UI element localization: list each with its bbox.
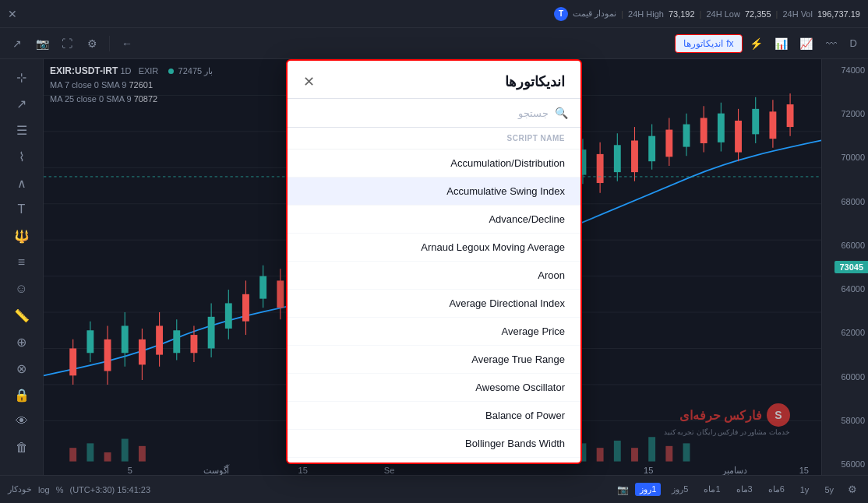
top-stats: T نمودار قیمت | 24H High 73,192 | 24H Lo… bbox=[554, 7, 860, 21]
search-icon: 🔍 bbox=[555, 107, 568, 119]
bottom-left: خودکار log % (UTC+3:30) 15:41:23 bbox=[8, 484, 150, 494]
modal-item-balance-of-power[interactable]: Balance of Power bbox=[288, 402, 580, 430]
search-input[interactable] bbox=[300, 107, 549, 119]
modal-item-average-price[interactable]: Average Price bbox=[288, 318, 580, 346]
screenshot-icon2[interactable]: 📷 bbox=[617, 484, 629, 495]
bottom-settings-icon[interactable]: ⚙ bbox=[845, 482, 860, 498]
modal-list: Accumulation/DistributionAccumulative Sw… bbox=[288, 149, 580, 463]
period-3m[interactable]: 3ماه bbox=[732, 483, 757, 496]
modal-item-advance-decline[interactable]: Advance/Decline bbox=[288, 206, 580, 234]
close-button[interactable]: ✕ bbox=[8, 8, 17, 20]
modal-header: اندیکاتورها ✕ bbox=[288, 61, 580, 99]
24h-low-label: 24H Low bbox=[706, 9, 739, 19]
modal-item-accumulation-distribution[interactable]: Accumulation/Distribution bbox=[288, 149, 580, 178]
modal-title: اندیکاتورها bbox=[505, 73, 565, 90]
modal-item-chaikin-money-flow[interactable]: Chaikin Money Flow bbox=[288, 458, 580, 463]
period-1m[interactable]: 1ماه bbox=[699, 483, 725, 496]
24h-high-label: 24H High bbox=[628, 9, 664, 19]
modal-column-header: SCRIPT NAME bbox=[288, 128, 580, 149]
top-bar: ✕ T نمودار قیمت | 24H High 73,192 | 24H … bbox=[0, 0, 868, 28]
modal-item-average-true-range[interactable]: Average True Range bbox=[288, 346, 580, 374]
period-1d[interactable]: 1روز bbox=[635, 483, 661, 496]
modal-close-button[interactable]: ✕ bbox=[303, 75, 315, 89]
auto-mode-label[interactable]: خودکار bbox=[8, 484, 32, 494]
modal-item-arnaud-legoux[interactable]: Arnaud Legoux Moving Average bbox=[288, 234, 580, 262]
period-5y[interactable]: 5y bbox=[820, 484, 838, 496]
modal-item-awesome-oscillator[interactable]: Awesome Oscillator bbox=[288, 374, 580, 402]
indicators-modal: اندیکاتورها ✕ 🔍 SCRIPT NAME Accumulation… bbox=[286, 59, 582, 464]
brand-icon: T bbox=[554, 7, 568, 21]
period-6m[interactable]: 6ماه bbox=[764, 483, 789, 496]
price-chart-label: نمودار قیمت bbox=[573, 9, 616, 19]
modal-item-aroon[interactable]: Aroon bbox=[288, 262, 580, 290]
24h-vol-label: 24H Vol bbox=[782, 9, 813, 19]
24h-vol-value: 196,737.19 bbox=[817, 9, 860, 19]
modal-item-accumulative-swing-index[interactable]: Accumulative Swing Index bbox=[288, 178, 580, 206]
24h-high-value: 73,192 bbox=[669, 9, 695, 19]
bottom-right: ⚙ 5y 1y 6ماه 3ماه 1ماه 5روز 1روز 📷 bbox=[617, 482, 860, 498]
modal-overlay: اندیکاتورها ✕ 🔍 SCRIPT NAME Accumulation… bbox=[0, 28, 868, 475]
log-mode-label[interactable]: log bbox=[38, 485, 50, 494]
24h-low-value: 72,355 bbox=[745, 9, 771, 19]
top-bar-left: ✕ bbox=[8, 8, 17, 20]
period-1y[interactable]: 1y bbox=[796, 484, 814, 496]
percent-mode-label[interactable]: % bbox=[56, 485, 64, 494]
modal-item-bollinger-bands-width[interactable]: Bollinger Bands Width bbox=[288, 430, 580, 458]
modal-item-average-directional-index[interactable]: Average Directional Index bbox=[288, 290, 580, 318]
timezone-label: (UTC+3:30) 15:41:23 bbox=[69, 485, 150, 494]
modal-search: 🔍 bbox=[288, 99, 580, 128]
bottom-bar: خودکار log % (UTC+3:30) 15:41:23 ⚙ 5y 1y… bbox=[0, 475, 868, 503]
period-5d[interactable]: 5روز bbox=[667, 483, 693, 496]
